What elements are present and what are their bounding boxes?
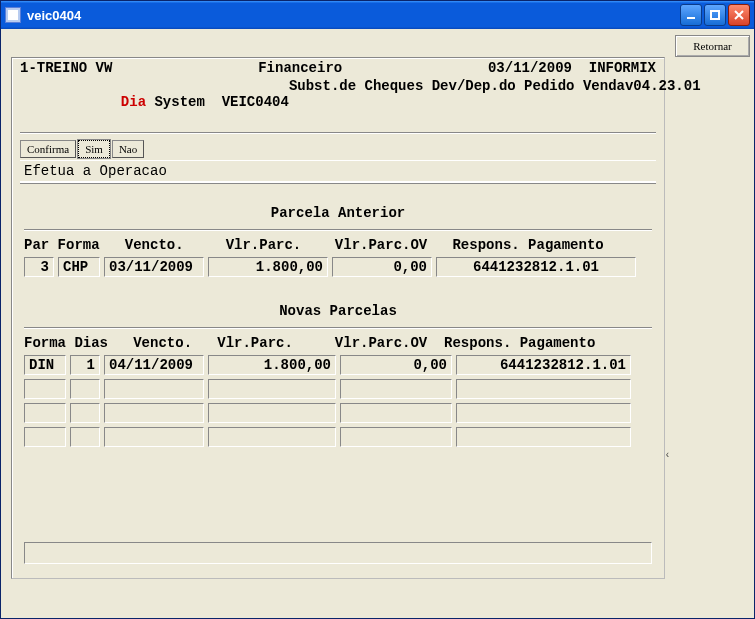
novas-vlr-parc-ov[interactable]: 0,00 bbox=[340, 355, 452, 375]
header-date: 03/11/2009 bbox=[488, 60, 572, 76]
app-window: veic0404 1-TREINO VW Financeiro 03/11/20… bbox=[0, 0, 755, 619]
close-button[interactable] bbox=[728, 4, 750, 26]
novas-row bbox=[12, 427, 664, 451]
novas-parcelas-label: Novas Parcelas bbox=[12, 303, 664, 319]
novas-forma[interactable]: DIN bbox=[24, 355, 66, 375]
maximize-button[interactable] bbox=[704, 4, 726, 26]
novas-vlr-parc-ov[interactable] bbox=[340, 427, 452, 447]
divider-anterior bbox=[24, 229, 652, 231]
window-title: veic0404 bbox=[27, 8, 680, 23]
header-module: Financeiro bbox=[258, 60, 342, 76]
anterior-vencto: 03/11/2009 bbox=[104, 257, 204, 277]
scroll-indicator: ‹ bbox=[666, 449, 669, 460]
novas-vencto[interactable]: 04/11/2009 bbox=[104, 355, 204, 375]
novas-vlr-parc[interactable] bbox=[208, 427, 336, 447]
header-divider bbox=[20, 132, 656, 134]
operation-label: Efetua a Operacao bbox=[20, 160, 656, 183]
status-bar bbox=[24, 542, 652, 564]
anterior-headers: Par Forma Vencto. Vlr.Parc. Vlr.Parc.OV … bbox=[12, 237, 664, 253]
novas-headers: Forma Dias Vencto. Vlr.Parc. Vlr.Parc.OV… bbox=[12, 335, 664, 351]
anterior-vlr-parc-ov: 0,00 bbox=[332, 257, 432, 277]
novas-vlr-parc-ov[interactable] bbox=[340, 379, 452, 399]
novas-row: DIN 1 04/11/2009 1.800,00 0,00 644123281… bbox=[12, 355, 664, 379]
novas-respons[interactable]: 6441232812.1.01 bbox=[456, 355, 631, 375]
confirma-button[interactable]: Confirma bbox=[20, 140, 76, 158]
parcela-anterior-label: Parcela Anterior bbox=[12, 205, 664, 221]
title-bar[interactable]: veic0404 bbox=[1, 1, 754, 29]
app-icon bbox=[5, 7, 21, 23]
anterior-row: 3 CHP 03/11/2009 1.800,00 0,00 644123281… bbox=[12, 253, 664, 281]
anterior-forma: CHP bbox=[58, 257, 100, 277]
novas-vlr-parc[interactable] bbox=[208, 379, 336, 399]
novas-vlr-parc-ov[interactable] bbox=[340, 403, 452, 423]
novas-vencto[interactable] bbox=[104, 427, 204, 447]
novas-dias[interactable] bbox=[70, 427, 100, 447]
header-dia-label: Dia bbox=[121, 94, 146, 110]
minimize-button[interactable] bbox=[680, 4, 702, 26]
divider-novas bbox=[24, 327, 652, 329]
nao-button[interactable]: Nao bbox=[112, 140, 144, 158]
novas-dias[interactable]: 1 bbox=[70, 355, 100, 375]
svg-rect-0 bbox=[687, 17, 695, 19]
header-db: INFORMIX bbox=[589, 60, 656, 76]
novas-forma[interactable] bbox=[24, 379, 66, 399]
novas-vencto[interactable] bbox=[104, 403, 204, 423]
novas-forma[interactable] bbox=[24, 403, 66, 423]
anterior-par: 3 bbox=[24, 257, 54, 277]
main-area: 1-TREINO VW Financeiro 03/11/2009 INFORM… bbox=[1, 29, 671, 618]
novas-dias[interactable] bbox=[70, 379, 100, 399]
novas-row bbox=[12, 379, 664, 403]
header-version: v04.23.01 bbox=[625, 78, 701, 126]
novas-row bbox=[12, 403, 664, 427]
novas-vlr-parc[interactable]: 1.800,00 bbox=[208, 355, 336, 375]
novas-dias[interactable] bbox=[70, 403, 100, 423]
main-panel: 1-TREINO VW Financeiro 03/11/2009 INFORM… bbox=[11, 57, 665, 579]
novas-vlr-parc[interactable] bbox=[208, 403, 336, 423]
sim-button[interactable]: Sim bbox=[78, 140, 110, 158]
novas-respons[interactable] bbox=[456, 403, 631, 423]
svg-rect-1 bbox=[711, 11, 719, 19]
header-system: System VEIC0404 bbox=[146, 94, 289, 110]
novas-vencto[interactable] bbox=[104, 379, 204, 399]
anterior-respons: 6441232812.1.01 bbox=[436, 257, 636, 277]
header-company: 1-TREINO VW bbox=[20, 60, 112, 76]
novas-respons[interactable] bbox=[456, 379, 631, 399]
header-description: Subst.de Cheques Dev/Dep.do Pedido Venda bbox=[289, 78, 625, 126]
novas-forma[interactable] bbox=[24, 427, 66, 447]
toolbar: Confirma Sim Nao bbox=[12, 138, 664, 158]
retornar-button[interactable]: Retornar bbox=[675, 35, 750, 57]
anterior-vlr-parc: 1.800,00 bbox=[208, 257, 328, 277]
novas-respons[interactable] bbox=[456, 427, 631, 447]
